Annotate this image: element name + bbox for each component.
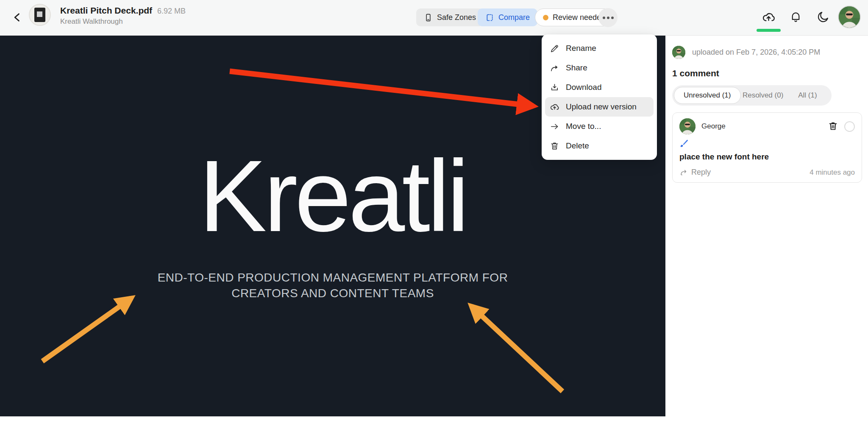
delete-comment-button[interactable]	[827, 121, 838, 132]
menu-item-label: Upload new version	[566, 102, 637, 112]
comment-card: George place the new font here Reply 4 m…	[672, 112, 862, 183]
menu-item-label: Move to...	[566, 122, 601, 131]
status-dot-icon	[543, 15, 548, 20]
file-thumbnail	[29, 4, 51, 26]
menu-item-label: Share	[566, 63, 587, 73]
trash-icon	[550, 141, 559, 151]
cloud-upload-icon	[550, 102, 559, 112]
file-options-menu: Rename Share Download Upload new version…	[542, 34, 657, 160]
menu-item-rename[interactable]: Rename	[545, 39, 654, 58]
slide-subtitle: END-TO-END PRODUCTION MANAGEMENT PLATFOR…	[0, 270, 665, 301]
menu-item-label: Download	[566, 83, 602, 92]
uploaded-timestamp: uploaded on Feb 7, 2026, 4:05:20 PM	[692, 48, 820, 57]
menu-item-delete[interactable]: Delete	[545, 136, 654, 156]
menu-item-download[interactable]: Download	[545, 78, 654, 97]
comment-timestamp: 4 minutes ago	[810, 168, 855, 177]
chevron-left-icon	[11, 11, 23, 23]
user-avatar[interactable]	[838, 6, 861, 28]
moon-icon	[817, 10, 830, 23]
tab-resolved[interactable]: Resolved (0)	[741, 87, 785, 104]
reply-button[interactable]: Reply	[679, 168, 711, 177]
reply-label: Reply	[691, 168, 711, 177]
phone-icon	[424, 13, 433, 22]
comment-footer: Reply 4 minutes ago	[679, 168, 855, 177]
comment-filter-tabs: Unresolved (1) Resolved (0) All (1)	[672, 85, 832, 106]
upload-progress-bar	[757, 29, 781, 32]
menu-item-label: Delete	[566, 141, 589, 151]
download-icon	[550, 83, 559, 92]
trash-icon	[828, 121, 838, 131]
safe-zones-button[interactable]: Safe Zones	[416, 8, 484, 26]
resolve-checkbox[interactable]	[844, 121, 855, 132]
notifications-button[interactable]	[788, 10, 803, 25]
file-thumbnail-image	[34, 8, 45, 22]
cloud-upload-icon	[762, 10, 776, 24]
pencil-icon	[550, 44, 559, 53]
arrow-right-icon	[550, 122, 559, 131]
breadcrumb: Kreatli Walkthrough	[60, 17, 186, 26]
ellipsis-icon	[603, 17, 605, 19]
compare-icon	[485, 13, 494, 22]
comment-author-avatar	[679, 118, 696, 134]
file-size: 6.92 MB	[157, 7, 186, 16]
comments-sidebar: uploaded on Feb 7, 2026, 4:05:20 PM 1 co…	[665, 36, 868, 424]
bell-icon	[789, 10, 802, 23]
file-title: Kreatli Pitch Deck.pdf	[60, 6, 152, 16]
reply-arrow-icon	[679, 168, 688, 177]
app-root: Kreatli Pitch Deck.pdf 6.92 MB Kreatli W…	[0, 0, 868, 424]
top-header: Kreatli Pitch Deck.pdf 6.92 MB Kreatli W…	[0, 0, 868, 36]
avatar-image	[839, 6, 860, 28]
menu-item-share[interactable]: Share	[545, 58, 654, 78]
comments-heading: 1 comment	[672, 68, 862, 78]
share-icon	[550, 63, 559, 73]
dark-mode-toggle[interactable]	[816, 10, 830, 25]
safe-zones-label: Safe Zones	[437, 13, 476, 22]
tab-unresolved[interactable]: Unresolved (1)	[674, 87, 741, 104]
version-info-row: uploaded on Feb 7, 2026, 4:05:20 PM	[672, 46, 862, 59]
slide-subtitle-line2: CREATORS AND CONTENT TEAMS	[0, 285, 665, 301]
slide-subtitle-line1: END-TO-END PRODUCTION MANAGEMENT PLATFOR…	[0, 270, 665, 285]
annotation-brush-icon[interactable]	[679, 139, 689, 148]
compare-label: Compare	[498, 13, 530, 22]
comment-author: George	[701, 122, 827, 131]
menu-item-move-to[interactable]: Move to...	[545, 117, 654, 136]
uploader-avatar	[672, 46, 685, 59]
file-info: Kreatli Pitch Deck.pdf 6.92 MB Kreatli W…	[60, 6, 186, 26]
back-button[interactable]	[11, 11, 24, 24]
comment-text: place the new font here	[679, 152, 855, 162]
tab-all[interactable]: All (1)	[785, 87, 830, 104]
compare-button[interactable]: Compare	[478, 8, 537, 26]
upload-button[interactable]	[761, 10, 776, 25]
comment-header: George	[679, 118, 855, 134]
status-label: Review needed	[553, 13, 605, 22]
more-options-button[interactable]	[598, 8, 618, 27]
slide-title: Kreatli	[0, 145, 665, 247]
menu-item-upload-new-version[interactable]: Upload new version	[545, 97, 654, 117]
menu-item-label: Rename	[566, 44, 596, 53]
